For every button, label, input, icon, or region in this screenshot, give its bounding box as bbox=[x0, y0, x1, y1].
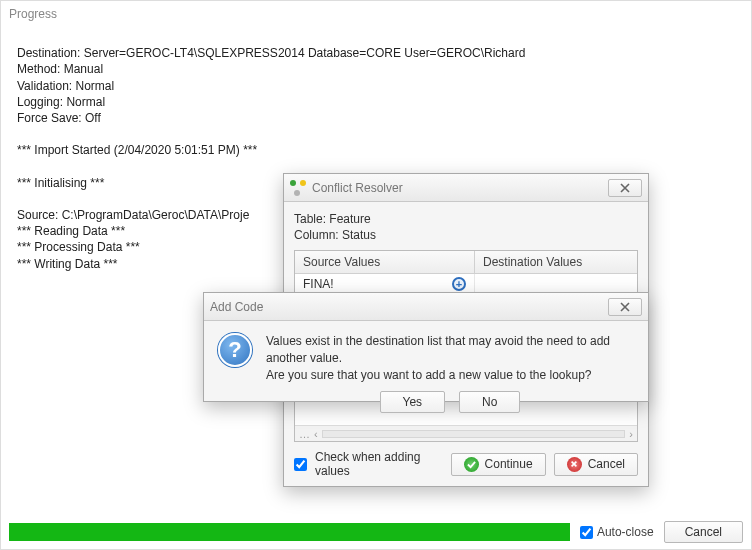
yes-button[interactable]: Yes bbox=[380, 391, 446, 413]
log-logging: Logging: Normal bbox=[17, 95, 105, 109]
log-method: Method: Manual bbox=[17, 62, 103, 76]
log-validation: Validation: Normal bbox=[17, 79, 114, 93]
conflict-app-icon bbox=[290, 180, 306, 196]
conflict-column-label: Column: Status bbox=[294, 228, 638, 242]
log-source: Source: C:\ProgramData\Geroc\DATA\Proje bbox=[17, 208, 249, 222]
continue-label: Continue bbox=[485, 457, 533, 471]
grid-header-source[interactable]: Source Values bbox=[295, 251, 475, 273]
log-processing: *** Processing Data *** bbox=[17, 240, 140, 254]
check-adding-values-label: Check when adding values bbox=[315, 450, 435, 478]
add-code-message-line2: Are you sure that you want to add a new … bbox=[266, 367, 634, 384]
cancel-icon bbox=[567, 457, 582, 472]
grid-cell-source: FINA! bbox=[303, 277, 334, 291]
log-force-save: Force Save: Off bbox=[17, 111, 101, 125]
check-icon bbox=[464, 457, 479, 472]
add-code-dialog: Add Code ? Values exist in the destinati… bbox=[203, 292, 649, 402]
conflict-cancel-button[interactable]: Cancel bbox=[554, 453, 638, 476]
conflict-table-label: Table: Feature bbox=[294, 212, 638, 226]
auto-close-label: Auto-close bbox=[597, 525, 654, 539]
add-code-titlebar[interactable]: Add Code bbox=[204, 293, 648, 321]
close-icon[interactable] bbox=[608, 298, 642, 316]
grid-cell-dest[interactable] bbox=[475, 274, 637, 294]
add-code-message-line1: Values exist in the destination list tha… bbox=[266, 333, 634, 367]
log-initialising: *** Initialising *** bbox=[17, 176, 104, 190]
continue-button[interactable]: Continue bbox=[451, 453, 546, 476]
log-writing: *** Writing Data *** bbox=[17, 257, 118, 271]
auto-close-checkbox[interactable] bbox=[580, 526, 593, 539]
conflict-title: Conflict Resolver bbox=[312, 181, 403, 195]
log-reading: *** Reading Data *** bbox=[17, 224, 125, 238]
grid-header-dest[interactable]: Destination Values bbox=[475, 251, 637, 273]
page-title: Progress bbox=[1, 1, 751, 23]
add-value-icon[interactable]: + bbox=[452, 277, 466, 291]
close-icon[interactable] bbox=[608, 179, 642, 197]
no-button[interactable]: No bbox=[459, 391, 520, 413]
bottom-bar: Auto-close Cancel bbox=[1, 515, 751, 549]
add-code-title: Add Code bbox=[210, 300, 263, 314]
cancel-button[interactable]: Cancel bbox=[664, 521, 743, 543]
question-icon: ? bbox=[218, 333, 252, 367]
log-destination: Destination: Server=GEROC-LT4\SQLEXPRESS… bbox=[17, 46, 525, 60]
log-import-started: *** Import Started (2/04/2020 5:01:51 PM… bbox=[17, 143, 257, 157]
progress-bar bbox=[9, 523, 570, 541]
check-adding-values-checkbox[interactable] bbox=[294, 458, 307, 471]
conflict-cancel-label: Cancel bbox=[588, 457, 625, 471]
conflict-titlebar[interactable]: Conflict Resolver bbox=[284, 174, 648, 202]
grid-scrollbar[interactable]: … ‹ › bbox=[295, 425, 637, 441]
